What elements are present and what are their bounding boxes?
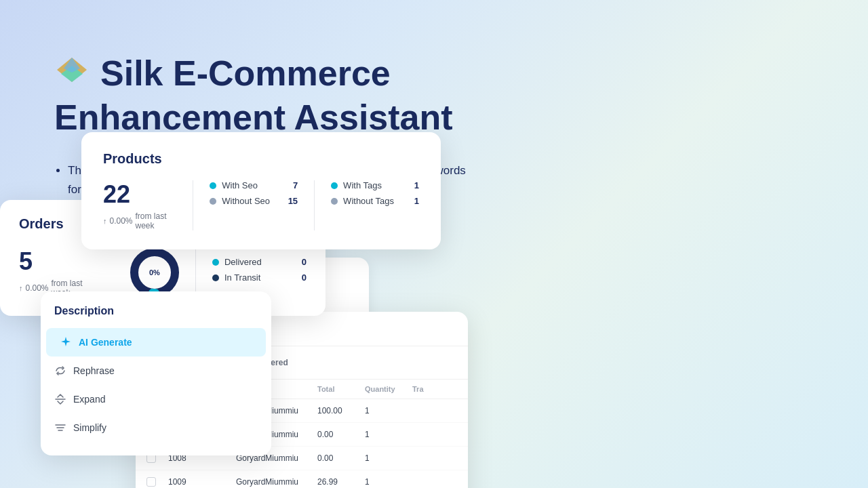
row-customer: GoryardMiummiu [236, 477, 317, 487]
products-stats-row: 22 ↑ 0.00% from last week With Seo 7 Wit… [103, 180, 419, 230]
orders-count: 5 [19, 247, 98, 276]
rephrase-button[interactable]: Rephrase [41, 357, 271, 385]
products-change-arrow: ↑ [103, 217, 107, 225]
col-tra: Tra [412, 385, 446, 393]
products-change-pct: 0.00% [110, 216, 133, 226]
without-tags-val: 1 [414, 196, 419, 206]
row-checkbox[interactable] [146, 477, 156, 487]
expand-button[interactable]: Expand [41, 385, 271, 413]
products-count-section: 22 ↑ 0.00% from last week [103, 180, 193, 230]
row-total: 0.00 [317, 430, 365, 439]
col-qty: Quantity [365, 385, 412, 393]
delivered-val: 0 [302, 257, 307, 267]
app-title-line2: Enhancement Assistant [54, 98, 475, 137]
orders-status-items: Delivered 0 In Transit 0 [212, 257, 307, 288]
orders-change-arrow: ↑ [19, 284, 23, 292]
with-tags-dot [331, 182, 338, 189]
logo-icon [54, 56, 90, 92]
orders-count-section: 5 ↑ 0.00% from last week [19, 247, 114, 298]
in-transit-item: In Transit 0 [212, 272, 307, 283]
with-tags-val: 1 [414, 180, 419, 190]
description-title: Description [41, 305, 271, 328]
products-panel: Products 22 ↑ 0.00% from last week With … [81, 132, 441, 249]
row-total: 100.00 [317, 406, 365, 415]
delivered-label: Delivered [224, 257, 291, 267]
in-transit-label: In Transit [224, 272, 291, 283]
orders-change-pct: 0.00% [26, 283, 49, 293]
with-seo-dot [210, 182, 216, 189]
with-tags-label: With Tags [343, 180, 403, 190]
expand-icon [54, 393, 66, 405]
without-tags-item: Without Tags 1 [331, 196, 419, 206]
description-panel: Description AI Generate Rephrase Expand … [41, 291, 271, 455]
products-title: Products [103, 151, 419, 167]
with-seo-val: 7 [293, 180, 298, 190]
without-seo-val: 15 [288, 196, 298, 206]
without-seo-dot [210, 198, 216, 205]
products-count: 22 [103, 180, 176, 209]
ai-generate-label: AI Generate [79, 337, 132, 348]
ai-generate-icon [60, 336, 72, 348]
delivered-item: Delivered 0 [212, 257, 307, 267]
row-total: 26.99 [317, 477, 365, 487]
table-row[interactable]: 1009 GoryardMiummiu 26.99 1 [136, 470, 468, 488]
row-qty: 1 [365, 406, 412, 415]
products-tags-items: With Tags 1 Without Tags 1 [331, 180, 419, 211]
in-transit-dot [212, 274, 219, 281]
row-qty: 1 [365, 477, 412, 487]
app-title-line1: Silk E-Commerce [100, 54, 391, 93]
with-tags-item: With Tags 1 [331, 180, 419, 190]
rephrase-icon [54, 365, 66, 377]
without-tags-dot [331, 198, 338, 205]
row-order: 1009 [168, 477, 236, 487]
with-seo-label: With Seo [222, 180, 282, 190]
with-seo-item: With Seo 7 [210, 180, 298, 190]
expand-label: Expand [73, 394, 105, 405]
products-divider1 [193, 180, 193, 230]
without-seo-label: Without Seo [222, 196, 277, 206]
products-divider2 [314, 180, 315, 230]
without-seo-item: Without Seo 15 [210, 196, 298, 206]
col-total: Total [317, 385, 365, 393]
products-change: ↑ 0.00% from last week [103, 211, 176, 230]
in-transit-val: 0 [302, 272, 307, 283]
products-change-suffix: from last week [136, 211, 177, 230]
donut-label: 0% [149, 268, 160, 277]
simplify-label: Simplify [73, 422, 106, 433]
row-total: 0.00 [317, 453, 365, 463]
simplify-icon [54, 422, 66, 434]
row-qty: 1 [365, 453, 412, 463]
rephrase-label: Rephrase [73, 365, 115, 376]
row-qty: 1 [365, 430, 412, 439]
logo-title-row: Silk E-Commerce [54, 54, 475, 93]
simplify-button[interactable]: Simplify [41, 413, 271, 442]
ai-generate-button[interactable]: AI Generate [46, 328, 266, 357]
without-tags-label: Without Tags [343, 196, 403, 206]
delivered-dot [212, 259, 219, 266]
products-seo-items: With Seo 7 Without Seo 15 [210, 180, 298, 211]
